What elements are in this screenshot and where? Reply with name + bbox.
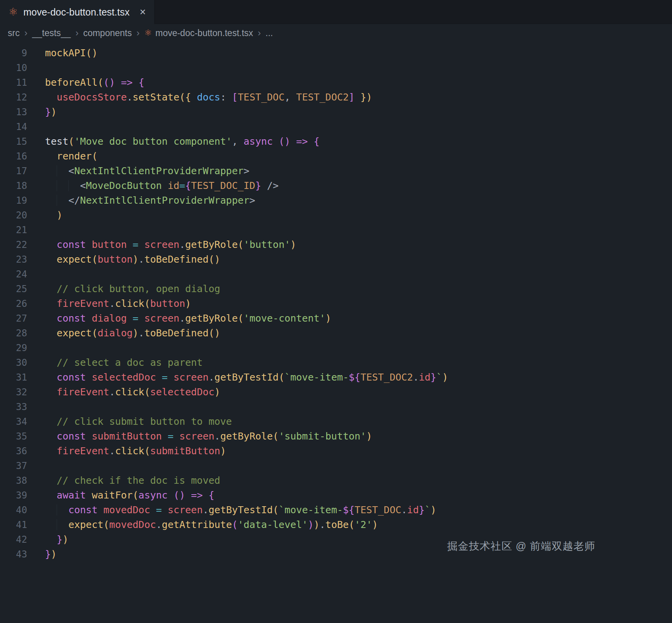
code-token: test <box>45 136 68 147</box>
indent <box>45 180 57 191</box>
code-token <box>86 490 92 501</box>
code-line[interactable]: 15test('Move doc button component', asyn… <box>0 134 672 149</box>
code-text: const movedDoc = screen.getByTestId(`mov… <box>27 503 436 517</box>
code-token: ` <box>425 504 431 516</box>
indent <box>57 165 68 177</box>
code-token <box>162 180 168 191</box>
code-token: . <box>320 519 326 530</box>
breadcrumb-label: components <box>83 28 132 38</box>
line-number: 36 <box>0 444 27 459</box>
code-line[interactable]: 26 fireEvent.click(button) <box>0 296 672 311</box>
indent <box>45 239 57 250</box>
code-text <box>27 223 45 237</box>
code-token: click <box>115 386 144 398</box>
breadcrumb-item--[interactable]: ... <box>265 28 273 38</box>
indent <box>57 195 68 206</box>
code-token <box>185 490 191 501</box>
code-line[interactable]: 29 <box>0 341 672 355</box>
code-line[interactable]: 34 // click submit button to move <box>0 414 672 429</box>
code-line[interactable]: 36 fireEvent.click(submitButton) <box>0 444 672 459</box>
line-number: 31 <box>0 370 27 385</box>
code-token: await <box>57 490 86 501</box>
code-line[interactable]: 13}) <box>0 105 672 119</box>
breadcrumb-label: ... <box>265 28 273 38</box>
code-line[interactable]: 35 const submitButton = screen.getByRole… <box>0 429 672 444</box>
code-token: ) <box>215 386 220 398</box>
breadcrumb-item-src[interactable]: src <box>8 28 20 38</box>
code-token: ) <box>133 327 139 339</box>
code-text: fireEvent.click(selectedDoc) <box>27 385 220 400</box>
code-token <box>86 431 92 442</box>
line-number: 39 <box>0 488 27 503</box>
breadcrumb-item-components[interactable]: components <box>83 28 132 38</box>
code-token: expect <box>57 327 92 339</box>
code-token: ( <box>144 445 150 457</box>
indent <box>45 298 57 309</box>
code-line[interactable]: 32 fireEvent.click(selectedDoc) <box>0 385 672 400</box>
code-token: = <box>156 504 162 516</box>
code-line[interactable]: 23 expect(button).toBeDefined() <box>0 252 672 267</box>
tab-move-doc-button-test[interactable]: ⚛ move-doc-button.test.tsx × <box>0 0 155 24</box>
code-line[interactable]: 31 const selectedDoc = screen.getByTestI… <box>0 370 672 385</box>
code-line[interactable]: 30 // select a doc as parent <box>0 355 672 370</box>
code-token: ) <box>366 92 372 103</box>
code-token: mockAPI <box>45 47 86 59</box>
code-token: TEST_DOC <box>355 504 401 516</box>
code-token: ( <box>144 386 150 398</box>
code-line[interactable]: 33 <box>0 400 672 414</box>
code-line[interactable]: 24 <box>0 267 672 282</box>
breadcrumb-item--tests-[interactable]: __tests__ <box>32 28 71 38</box>
code-line[interactable]: 11beforeAll(() => { <box>0 75 672 90</box>
code-line[interactable]: 12 useDocsStore.setState({ docs: [TEST_D… <box>0 90 672 105</box>
breadcrumb-item-move-doc-button-test-tsx[interactable]: ⚛move-doc-button.test.tsx <box>144 28 253 38</box>
code-editor[interactable]: 9mockAPI()1011beforeAll(() => {12 useDoc… <box>0 42 672 562</box>
code-token: } <box>360 92 366 103</box>
code-token: ( <box>273 431 279 442</box>
code-line[interactable]: 41 expect(movedDoc.getAttribute('data-le… <box>0 517 672 532</box>
code-line[interactable]: 19 </NextIntlClientProviderWrapper> <box>0 193 672 208</box>
code-line[interactable]: 22 const button = screen.getByRole('butt… <box>0 237 672 252</box>
code-token: ( <box>133 490 139 501</box>
code-token: `move-item- <box>279 504 343 516</box>
code-line[interactable]: 37 <box>0 459 672 473</box>
code-token <box>290 92 296 103</box>
code-token <box>86 239 92 250</box>
code-token: getAttribute <box>162 519 232 530</box>
code-token: </ <box>68 195 80 206</box>
code-line[interactable]: 16 render( <box>0 149 672 164</box>
code-token: 'move-content' <box>244 313 326 324</box>
code-token: = <box>179 180 185 191</box>
code-token: [ <box>232 92 238 103</box>
line-number: 41 <box>0 517 27 532</box>
code-token <box>97 504 103 516</box>
close-icon[interactable]: × <box>140 7 146 17</box>
code-token: ] <box>349 92 355 103</box>
code-line[interactable]: 18 <MoveDocButton id={TEST_DOC_ID} /> <box>0 178 672 193</box>
code-line[interactable]: 20 ) <box>0 208 672 223</box>
code-token: => <box>121 77 133 88</box>
code-line[interactable]: 39 await waitFor(async () => { <box>0 488 672 503</box>
code-line[interactable]: 27 const dialog = screen.getByRole('move… <box>0 311 672 326</box>
code-token: ( <box>273 504 279 516</box>
code-token: : <box>220 92 226 103</box>
line-number: 15 <box>0 134 27 149</box>
indent <box>45 416 57 427</box>
code-token: > <box>244 165 249 177</box>
code-text <box>27 267 45 282</box>
line-number: 38 <box>0 473 27 488</box>
code-line[interactable]: 9mockAPI() <box>0 46 672 61</box>
code-line[interactable]: 25 // click button, open dialog <box>0 282 672 296</box>
code-line[interactable]: 40 const movedDoc = screen.getByTestId(`… <box>0 503 672 517</box>
code-token: . <box>203 504 208 516</box>
code-token: ) <box>220 445 226 457</box>
code-lines: 9mockAPI()1011beforeAll(() => {12 useDoc… <box>0 46 672 562</box>
code-token: } <box>45 106 51 118</box>
code-line[interactable]: 17 <NextIntlClientProviderWrapper> <box>0 164 672 178</box>
code-line[interactable]: 21 <box>0 223 672 237</box>
code-token: `move-item- <box>284 372 349 383</box>
code-line[interactable]: 14 <box>0 119 672 134</box>
code-line[interactable]: 28 expect(dialog).toBeDefined() <box>0 326 672 341</box>
code-token: { <box>209 490 215 501</box>
code-line[interactable]: 10 <box>0 61 672 75</box>
code-line[interactable]: 38 // check if the doc is moved <box>0 473 672 488</box>
